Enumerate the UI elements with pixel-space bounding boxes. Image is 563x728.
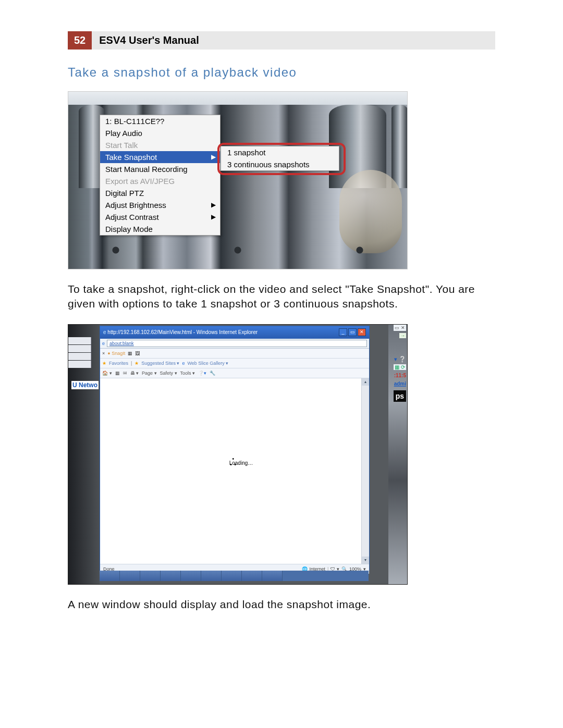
submenu-arrow-icon: ▶ (211, 213, 216, 220)
loading-indicator: • • • Loading… (229, 456, 253, 466)
taskbar-item[interactable] (120, 571, 140, 581)
menu-item-label: Display Mode (105, 225, 153, 233)
toolbar-icon[interactable]: ▦ (128, 351, 132, 356)
body-paragraph-2: A new window should display and load the… (68, 597, 495, 612)
taskbar-item[interactable] (262, 571, 283, 581)
feeds-icon[interactable]: ▦ (115, 371, 120, 376)
safety-menu[interactable]: Safety ▾ (160, 371, 177, 376)
taskbar-item[interactable] (242, 571, 262, 581)
browser-favorites-row: ★ Favorites | ★ Suggested Sites ▾ e Web … (100, 359, 369, 368)
browser-window: e http://192.168.102.62/MainView.html - … (100, 326, 370, 571)
figure-browser-loading: U Netwo ▭ ✕ → ▾ ❔ ▦ ⟳ :11:5 admi ps e ht… (68, 324, 408, 585)
browser-content-area: • • • Loading… ▴ ▾ (100, 378, 369, 564)
submenu-item-label: 3 continuous snapshots (227, 160, 310, 169)
context-submenu-take-snapshot[interactable]: 1 snapshot 3 continuous snapshots (221, 146, 339, 171)
menu-item-label: Export as AVI/JPEG (105, 177, 175, 186)
taskbar-item[interactable] (222, 571, 242, 581)
browser-toolbar-row: × ● SnagIt ▦ 🖼 (100, 349, 369, 359)
spinner-icon: • • • (229, 456, 238, 459)
taskbar-item[interactable] (201, 571, 222, 581)
web-slice-icon[interactable]: e (182, 361, 185, 366)
favorites-label[interactable]: Favorites (109, 361, 128, 366)
print-icon[interactable]: 🖶 ▾ (130, 371, 139, 376)
admin-link-fragment: admi (394, 381, 406, 387)
page-header: 52 ESV4 User's Manual (68, 31, 495, 50)
context-menu[interactable]: 1: BL-C111CE?? Play Audio Start Talk Tak… (100, 115, 221, 236)
web-slice-gallery-link[interactable]: Web Slice Gallery ▾ (187, 361, 228, 366)
menu-item-take-snapshot[interactable]: Take Snapshot ▶ (100, 151, 220, 163)
menu-item-display-mode[interactable]: Display Mode (100, 223, 220, 235)
menu-item-label: Take Snapshot (105, 153, 157, 162)
submenu-item-1-snapshot[interactable]: 1 snapshot (221, 146, 339, 158)
read-mail-icon[interactable]: ✉ (123, 371, 127, 376)
ie-icon: e (102, 341, 105, 346)
menu-item-start-manual-recording[interactable]: Start Manual Recording (100, 163, 220, 175)
taskbar-item[interactable] (161, 571, 181, 581)
toolbar-extra-icon[interactable]: 🔧 (210, 371, 215, 376)
home-icon[interactable]: 🏠 ▾ (102, 371, 112, 376)
window-controls: _ ▭ ✕ (339, 328, 366, 336)
figure-context-menu-video: 1: BL-C111CE?? Play Audio Start Talk Tak… (68, 91, 408, 269)
menu-item-label: Start Talk (105, 141, 138, 150)
address-bar[interactable]: about:blank (107, 340, 367, 347)
app-sidebar-fragments (68, 337, 91, 368)
submenu-arrow-icon: ▶ (211, 153, 216, 161)
taskbar-item[interactable] (140, 571, 161, 581)
menu-item-play-audio[interactable]: Play Audio (100, 127, 220, 139)
menu-item-label: Play Audio (105, 129, 142, 138)
submenu-arrow-icon: ▶ (211, 201, 216, 208)
body-paragraph-1: To take a snapshot, right-click on the v… (68, 282, 495, 312)
vertical-scrollbar[interactable]: ▴ ▾ (361, 378, 369, 564)
page-number: 52 (68, 31, 92, 50)
time-fragment: :11:5 (394, 373, 406, 378)
toolbar-icons-fragment: ▦ ⟳ (394, 364, 406, 370)
help-icon[interactable]: ❔▾ (198, 371, 206, 376)
maximize-button[interactable]: ▭ (348, 328, 357, 336)
menu-item-adjust-brightness[interactable]: Adjust Brightness ▶ (100, 199, 220, 211)
video-bg-chain (68, 238, 407, 269)
video-bg-sky (68, 92, 407, 105)
favorites-star-icon[interactable]: ★ (102, 361, 106, 366)
toolbar-icon[interactable]: 🖼 (135, 351, 140, 356)
help-icon: ▾ ❔ (394, 356, 406, 363)
suggested-sites-icon[interactable]: ★ (134, 361, 139, 366)
menu-item-camera-id[interactable]: 1: BL-C111CE?? (100, 115, 220, 127)
manual-title: ESV4 User's Manual (92, 31, 495, 50)
fps-label-fragment: ps (394, 390, 406, 402)
browser-title-label: http://192.168.102.62/MainView.html - Wi… (107, 329, 258, 335)
scroll-down-button[interactable]: ▾ (362, 557, 369, 564)
menu-item-label: Adjust Brightness (105, 201, 166, 209)
submenu-item-label: 1 snapshot (227, 148, 265, 157)
menu-item-label: 1: BL-C111CE?? (105, 117, 164, 126)
close-tab-icon[interactable]: × (102, 351, 105, 356)
minimize-button[interactable]: _ (339, 328, 347, 336)
close-button[interactable]: ✕ (358, 328, 366, 336)
snagit-toolbar-label[interactable]: ● SnagIt (107, 351, 125, 356)
menu-item-digital-ptz[interactable]: Digital PTZ (100, 187, 220, 199)
browser-title-text: e http://192.168.102.62/MainView.html - … (103, 329, 258, 335)
loading-text: Loading… (229, 460, 253, 466)
section-title: Take a snapshot of a playback video (68, 65, 495, 80)
go-button-fragment: → (399, 333, 406, 338)
taskbar-item[interactable] (181, 571, 201, 581)
snagit-label: SnagIt (112, 351, 125, 356)
browser-titlebar: e http://192.168.102.62/MainView.html - … (100, 326, 369, 339)
menu-item-export-avi-jpeg: Export as AVI/JPEG (100, 175, 220, 187)
submenu-item-3-continuous-snapshots[interactable]: 3 continuous snapshots (221, 158, 339, 170)
video-bg-tank (391, 105, 407, 188)
scroll-up-button[interactable]: ▴ (362, 378, 369, 386)
app-right-fragment: ▭ ✕ → ▾ ❔ ▦ ⟳ :11:5 admi ps (388, 325, 407, 584)
menu-item-label: Start Manual Recording (105, 165, 188, 174)
tools-menu[interactable]: Tools ▾ (180, 371, 195, 376)
suggested-sites-link[interactable]: Suggested Sites ▾ (141, 361, 179, 366)
menu-item-start-talk: Start Talk (100, 139, 220, 151)
menu-item-label: Adjust Contrast (105, 213, 159, 221)
window-controls-fragment: ▭ ✕ (394, 325, 406, 331)
menu-item-label: Digital PTZ (105, 189, 144, 198)
app-label-fragment: U Netwo (71, 381, 99, 389)
taskbar-fragment (100, 571, 369, 581)
browser-address-bar-row: e about:blank (100, 339, 369, 349)
page-menu[interactable]: Page ▾ (142, 371, 157, 376)
taskbar-item[interactable] (100, 571, 120, 581)
menu-item-adjust-contrast[interactable]: Adjust Contrast ▶ (100, 211, 220, 223)
